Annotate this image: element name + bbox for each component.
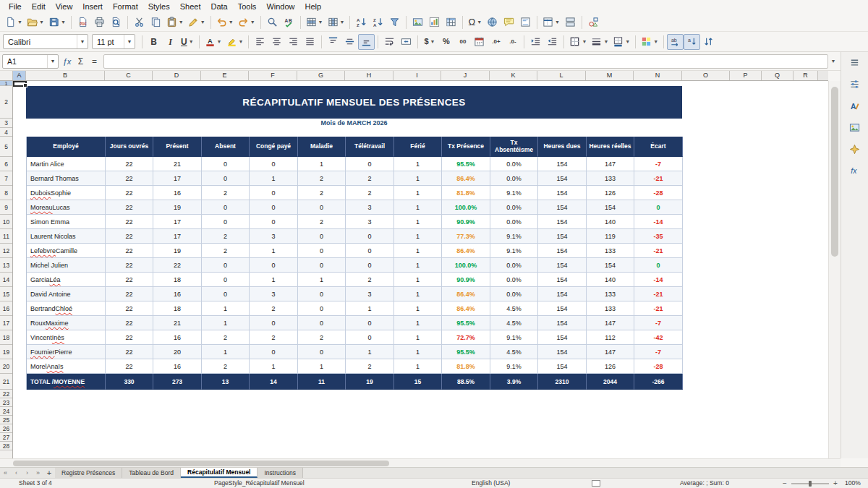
column-header-Q[interactable]: Q	[762, 71, 793, 80]
row-header-1[interactable]: 1	[0, 81, 12, 86]
navigator-deck-button[interactable]	[846, 141, 864, 158]
zoom-slider-thumb[interactable]	[809, 481, 812, 487]
number-format-button[interactable]: 00	[454, 34, 471, 50]
expand-formula-bar-button[interactable]: ▼	[828, 59, 838, 64]
row-header-13[interactable]: 13	[0, 258, 12, 273]
properties-deck-button[interactable]	[846, 76, 864, 93]
chevron-down-icon[interactable]: ▼	[430, 39, 435, 44]
horizontal-scrollbar-thumb[interactable]	[13, 461, 389, 466]
find-replace-button[interactable]	[264, 14, 281, 30]
row-header-15[interactable]: 15	[0, 287, 12, 301]
align-bottom-button[interactable]	[358, 34, 375, 50]
save-button[interactable]: ▼	[46, 14, 68, 30]
cut-button[interactable]	[131, 14, 148, 30]
previous-sheet-button[interactable]: ‹	[11, 468, 22, 478]
borders-button[interactable]: ▼	[567, 34, 589, 50]
row-header-14[interactable]: 14	[0, 273, 12, 287]
column-header-R[interactable]: R	[793, 71, 818, 80]
insert-chart-button[interactable]	[426, 14, 443, 30]
sheet-tab-r-capitulatif-mensuel[interactable]: Récapitulatif Mensuel	[181, 468, 258, 478]
zoom-out-button[interactable]: −	[783, 479, 787, 488]
highlight-color-button[interactable]: ▼	[224, 34, 246, 50]
column-header-O[interactable]: O	[682, 71, 730, 80]
border-style-button[interactable]: ▼	[589, 34, 610, 50]
column-header-G[interactable]: G	[297, 71, 345, 80]
font-size-combo[interactable]: 11 pt▼	[92, 34, 135, 49]
align-left-button[interactable]	[252, 34, 268, 50]
comment-button[interactable]	[501, 14, 517, 30]
menu-sheet[interactable]: Sheet	[175, 1, 206, 12]
zoom-slider[interactable]	[791, 483, 829, 484]
column-header-K[interactable]: K	[490, 71, 537, 80]
name-box[interactable]: A1 ▼	[2, 54, 59, 69]
row-header-2[interactable]: 2	[0, 86, 12, 119]
font-color-button[interactable]: A▼	[203, 34, 224, 50]
menu-edit[interactable]: Edit	[27, 1, 51, 12]
align-right-button[interactable]	[285, 34, 302, 50]
column-header-C[interactable]: C	[105, 71, 153, 80]
underline-button[interactable]: U▼	[179, 34, 196, 50]
date-format-button[interactable]	[471, 34, 488, 50]
page-style-status[interactable]: PageStyle_Récapitulatif Mensuel	[214, 479, 305, 488]
table-row[interactable]: Martin Alice22210010195.5%0.0%154147-7	[27, 157, 683, 171]
italic-button[interactable]: I	[162, 34, 179, 50]
align-center-button[interactable]	[268, 34, 285, 50]
row-header-28[interactable]: 28	[0, 442, 12, 450]
center-vertically-button[interactable]	[341, 34, 358, 50]
chevron-down-icon[interactable]: ▼	[124, 35, 135, 48]
language-status[interactable]: English (USA)	[472, 479, 510, 488]
spelling-button[interactable]: AB	[281, 14, 297, 30]
row-header-9[interactable]: 9	[0, 200, 12, 215]
last-sheet-button[interactable]: »	[33, 468, 43, 478]
row-header-20[interactable]: 20	[0, 359, 12, 374]
table-row[interactable]: David Antoine22160303186.4%0.0%154133-21	[27, 287, 683, 301]
row-header-22[interactable]: 22	[0, 390, 12, 398]
chevron-down-icon[interactable]: ▼	[189, 39, 194, 44]
text-direction-ttb-button[interactable]: a	[684, 34, 700, 50]
column-header-A[interactable]: A	[13, 71, 26, 80]
chevron-down-icon[interactable]: ▼	[17, 20, 22, 25]
selection-sum-status[interactable]: Average: ; Sum: 0	[680, 479, 729, 488]
print-button[interactable]	[91, 14, 108, 30]
chevron-down-icon[interactable]: ▼	[318, 20, 323, 25]
table-row[interactable]: Simon Emma22170023190.9%0.0%154140-14	[27, 215, 683, 229]
sort-button[interactable]	[700, 34, 717, 50]
table-row[interactable]: Garcia Léa22180112190.9%0.0%154140-14	[27, 273, 683, 287]
redo-button[interactable]: ▼	[236, 14, 258, 30]
chevron-down-icon[interactable]: ▼	[653, 39, 658, 44]
table-row[interactable]: Bertrand Chloé22181201186.4%4.5%154133-2…	[27, 301, 683, 316]
zoom-in-button[interactable]: +	[833, 479, 838, 488]
column-header-N[interactable]: N	[634, 71, 682, 80]
sheet-position-status[interactable]: Sheet 3 of 4	[19, 479, 52, 488]
align-justify-button[interactable]	[302, 34, 318, 50]
pivot-table-button[interactable]	[443, 14, 459, 30]
show-draw-functions-button[interactable]	[585, 14, 602, 30]
row-header-5[interactable]: 5	[0, 137, 12, 157]
sheet-tab-instructions[interactable]: Instructions	[258, 468, 302, 478]
formula-input[interactable]	[103, 54, 828, 69]
export-pdf-button[interactable]: PDF	[75, 14, 91, 30]
row-header-3[interactable]: 3	[0, 119, 12, 128]
menu-window[interactable]: Window	[261, 1, 299, 12]
sheet-tab-tableau-de-bord[interactable]: Tableau de Bord	[122, 468, 181, 478]
row-header-19[interactable]: 19	[0, 345, 12, 359]
sort-descending-button[interactable]: ZA	[370, 14, 386, 30]
new-button[interactable]: ▼	[3, 14, 25, 30]
chevron-down-icon[interactable]: ▼	[200, 20, 205, 25]
cell-cursor[interactable]	[13, 81, 27, 87]
paste-button[interactable]: ▼	[164, 14, 186, 30]
currency-button[interactable]: $▼	[421, 34, 438, 50]
select-sum-button[interactable]: Σ	[74, 54, 88, 69]
horizontal-scrollbar[interactable]	[0, 458, 841, 467]
table-row[interactable]: Dubois Sophie22162022181.8%9.1%154126-28	[27, 186, 683, 200]
bold-button[interactable]: B	[145, 34, 162, 50]
chevron-down-icon[interactable]: ▼	[582, 39, 587, 44]
conditional-formatting-button[interactable]: ▼	[639, 34, 660, 50]
special-character-button[interactable]: Ω▼	[466, 14, 484, 30]
function-wizard-button[interactable]: ƒx	[60, 54, 74, 69]
styles-deck-button[interactable]: A	[846, 98, 864, 114]
table-row[interactable]: Morel Anaïs22162112181.8%9.1%154126-28	[27, 359, 683, 374]
row-header-16[interactable]: 16	[0, 301, 12, 316]
column-header-L[interactable]: L	[537, 71, 586, 80]
undo-button[interactable]: ▼	[214, 14, 236, 30]
